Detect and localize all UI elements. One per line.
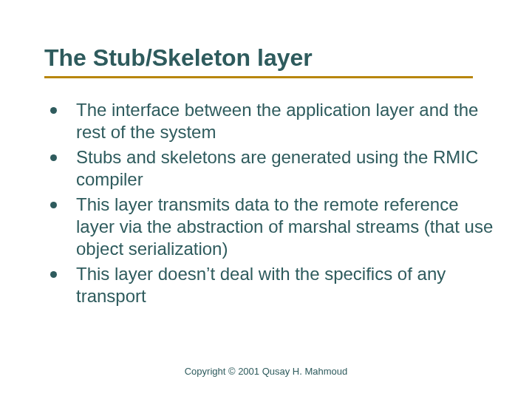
bullet-icon: [50, 271, 57, 278]
footer-copyright: Copyright © 2001 Qusay H. Mahmoud: [0, 366, 532, 377]
bullet-text: This layer doesn’t deal with the specifi…: [76, 263, 495, 307]
bullet-list: The interface between the application la…: [44, 99, 495, 307]
bullet-icon: [50, 202, 57, 208]
slide: The Stub/Skeleton layer The interface be…: [0, 0, 532, 399]
list-item: This layer doesn’t deal with the specifi…: [50, 263, 495, 307]
bullet-icon: [50, 154, 57, 161]
slide-title: The Stub/Skeleton layer: [44, 44, 495, 72]
list-item: The interface between the application la…: [50, 99, 495, 143]
bullet-text: Stubs and skeletons are generated using …: [76, 146, 495, 191]
list-item: Stubs and skeletons are generated using …: [50, 146, 495, 191]
bullet-icon: [50, 107, 57, 114]
list-item: This layer transmits data to the remote …: [50, 194, 495, 260]
title-underline: [44, 76, 473, 78]
bullet-text: The interface between the application la…: [76, 99, 495, 143]
bullet-text: This layer transmits data to the remote …: [76, 194, 495, 260]
